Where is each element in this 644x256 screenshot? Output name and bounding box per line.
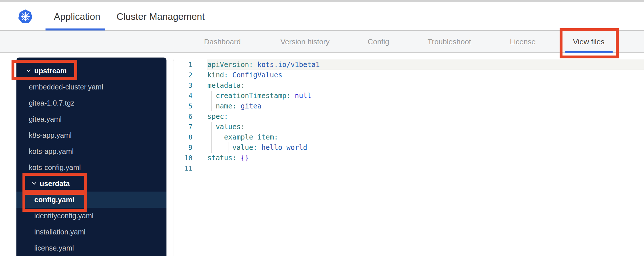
code-line-content: spec: xyxy=(207,111,228,122)
code-line[interactable]: 10 status: {} xyxy=(173,153,644,163)
file-tree-item-label: identityconfig.yaml xyxy=(34,208,94,224)
file-tree-item-label: kots-config.yaml xyxy=(29,159,81,175)
code-lines: 1 apiVersion: kots.io/v1beta1 2 kind: Co… xyxy=(173,60,644,173)
subnav-tab[interactable]: Version history xyxy=(281,31,330,52)
line-number: 1 xyxy=(173,60,192,70)
file-tree-item[interactable]: k8s-app.yaml xyxy=(16,127,166,143)
file-tree-item-label: installation.yaml xyxy=(34,224,86,240)
line-number: 9 xyxy=(173,142,192,153)
file-tree-item-label: userdata xyxy=(40,175,70,192)
file-tree-item[interactable]: identityconfig.yaml xyxy=(16,208,166,224)
file-tree-item[interactable]: installation.yaml xyxy=(16,224,166,240)
top-tab[interactable]: Cluster Management xyxy=(116,11,204,22)
app-subnav: DashboardVersion historyConfigTroublesho… xyxy=(0,31,644,53)
file-tree-item-selected[interactable]: config.yaml xyxy=(16,192,166,208)
subnav-tab[interactable]: Troubleshoot xyxy=(428,31,471,52)
code-line-content: kind: ConfigValues xyxy=(207,70,282,80)
line-number: 3 xyxy=(173,80,192,91)
chevron-down-icon[interactable] xyxy=(26,69,31,72)
window-top-edge xyxy=(0,0,644,2)
line-number: 4 xyxy=(173,91,192,101)
line-number: 2 xyxy=(173,70,192,80)
file-tree-item[interactable]: kots-config.yaml xyxy=(16,159,166,175)
code-line[interactable]: 2 kind: ConfigValues xyxy=(173,70,644,80)
kubernetes-logo-icon xyxy=(18,9,33,24)
file-tree-item[interactable]: gitea.yaml xyxy=(16,111,166,127)
line-number: 7 xyxy=(173,122,192,132)
line-number: 5 xyxy=(173,101,192,111)
kots-admin-console: ApplicationCluster Management DashboardV… xyxy=(0,0,644,256)
code-line-content: name: gitea xyxy=(207,101,262,111)
active-subnav-underline xyxy=(565,51,613,53)
subnav-tab[interactable]: Config xyxy=(368,31,389,52)
file-tree-item-label: gitea.yaml xyxy=(29,111,62,127)
code-line-content: values: xyxy=(207,122,245,132)
file-tree-item[interactable]: license.yaml xyxy=(16,240,166,256)
subnav-tab[interactable]: Dashboard xyxy=(204,31,240,52)
file-tree-item-label: license.yaml xyxy=(34,240,74,256)
file-tree-item[interactable]: gitea-1.0.7.tgz xyxy=(16,95,166,111)
file-tree-item-label: config.yaml xyxy=(34,192,74,208)
file-tree-sidebar: upstream embedded-cluster.yaml gitea-1.0… xyxy=(16,58,166,256)
file-tree-item-label: upstream xyxy=(34,63,67,79)
subnav-tab[interactable]: View files xyxy=(573,31,604,52)
code-line-content: example_item: xyxy=(207,132,278,142)
line-number: 10 xyxy=(173,153,192,163)
top-tab-active[interactable]: Application xyxy=(54,11,100,22)
chevron-down-icon[interactable] xyxy=(32,182,36,185)
active-top-tab-underline xyxy=(46,28,105,30)
file-tree-item[interactable]: upstream xyxy=(16,63,166,79)
code-line[interactable]: 6 spec: xyxy=(173,111,644,122)
code-line-content: value: hello world xyxy=(207,142,307,153)
subnav-tab[interactable]: License xyxy=(510,31,536,52)
line-number: 11 xyxy=(173,163,192,173)
code-line[interactable]: 1 apiVersion: kots.io/v1beta1 xyxy=(173,60,644,70)
code-line[interactable]: 3 metadata: xyxy=(173,80,644,91)
line-number: 6 xyxy=(173,111,192,122)
code-line[interactable]: 4 creationTimestamp: null xyxy=(173,91,644,101)
file-tree-item-label: k8s-app.yaml xyxy=(29,127,72,143)
code-line-content: status: {} xyxy=(207,153,249,163)
code-line-content: metadata: xyxy=(207,80,245,91)
app-header: ApplicationCluster Management xyxy=(0,2,644,31)
file-tree-item-label: gitea-1.0.7.tgz xyxy=(29,95,74,111)
code-line[interactable]: 5 name: gitea xyxy=(173,101,644,111)
code-line[interactable]: 11 xyxy=(173,163,644,173)
code-line[interactable]: 9 value: hello world xyxy=(173,142,644,153)
file-tree-item-label: embedded-cluster.yaml xyxy=(29,79,103,95)
code-line-content: creationTimestamp: null xyxy=(207,91,311,101)
code-line[interactable]: 8 example_item: xyxy=(173,132,644,142)
file-tree-item[interactable]: embedded-cluster.yaml xyxy=(16,79,166,95)
top-tabs: ApplicationCluster Management xyxy=(54,11,205,22)
code-line-content: apiVersion: kots.io/v1beta1 xyxy=(207,60,320,70)
file-tree-item[interactable]: userdata xyxy=(16,175,166,192)
yaml-file-editor[interactable]: 1 apiVersion: kots.io/v1beta1 2 kind: Co… xyxy=(173,59,644,256)
line-number: 8 xyxy=(173,132,192,142)
file-tree-item-label: kots-app.yaml xyxy=(29,143,74,159)
code-line[interactable]: 7 values: xyxy=(173,122,644,132)
file-tree-item[interactable]: kots-app.yaml xyxy=(16,143,166,159)
